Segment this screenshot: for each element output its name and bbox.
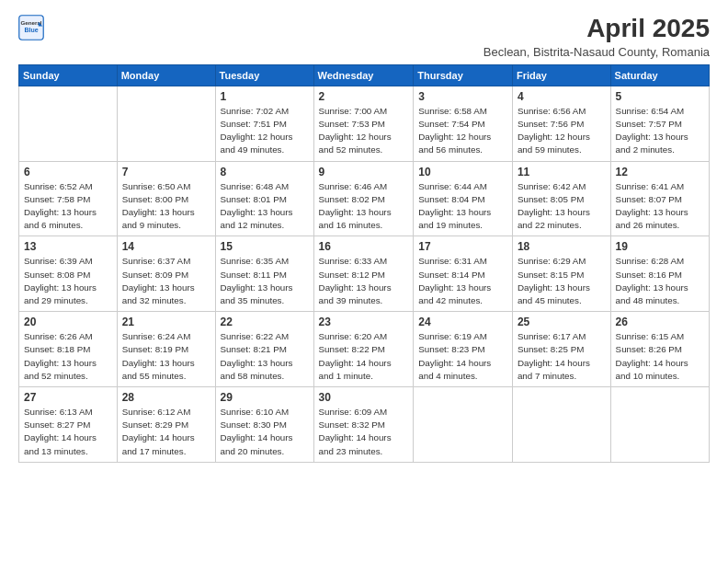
cell-day-number: 2	[319, 90, 409, 103]
cell-day-number: 10	[418, 166, 507, 178]
cell-info: Sunrise: 6:42 AM Sunset: 8:05 PM Dayligh…	[518, 180, 606, 233]
cell-info: Sunrise: 6:10 AM Sunset: 8:30 PM Dayligh…	[221, 406, 309, 458]
calendar-cell: 9Sunrise: 6:46 AM Sunset: 8:02 PM Daylig…	[313, 161, 414, 236]
subtitle: Beclean, Bistrita-Nasaud County, Romania	[483, 45, 710, 59]
cell-info: Sunrise: 7:00 AM Sunset: 7:53 PM Dayligh…	[319, 105, 409, 157]
cell-day-number: 5	[616, 90, 704, 103]
cell-day-number: 13	[24, 240, 112, 253]
calendar-week-row: 1Sunrise: 7:02 AM Sunset: 7:51 PM Daylig…	[19, 86, 710, 161]
cell-day-number: 25	[518, 316, 606, 328]
calendar-cell: 16Sunrise: 6:33 AM Sunset: 8:12 PM Dayli…	[313, 236, 414, 312]
calendar-week-row: 6Sunrise: 6:52 AM Sunset: 7:58 PM Daylig…	[19, 161, 710, 236]
calendar-cell: 10Sunrise: 6:44 AM Sunset: 8:04 PM Dayli…	[414, 161, 513, 236]
cell-day-number: 11	[518, 166, 606, 178]
cell-day-number: 16	[319, 240, 409, 253]
cell-day-number: 7	[122, 166, 210, 178]
cell-info: Sunrise: 6:44 AM Sunset: 8:04 PM Dayligh…	[418, 180, 507, 233]
calendar-cell: 13Sunrise: 6:39 AM Sunset: 8:08 PM Dayli…	[19, 236, 118, 312]
cell-day-number: 24	[418, 316, 507, 328]
page: General Blue April 2025 Beclean, Bistrit…	[0, 0, 728, 563]
cell-info: Sunrise: 6:35 AM Sunset: 8:11 PM Dayligh…	[221, 255, 309, 307]
day-of-week-header: Tuesday	[215, 64, 313, 86]
cell-day-number: 27	[24, 391, 112, 404]
cell-info: Sunrise: 6:17 AM Sunset: 8:25 PM Dayligh…	[518, 330, 606, 383]
calendar-week-row: 27Sunrise: 6:13 AM Sunset: 8:27 PM Dayli…	[19, 387, 710, 463]
calendar-cell: 28Sunrise: 6:12 AM Sunset: 8:29 PM Dayli…	[117, 387, 215, 463]
calendar-cell: 5Sunrise: 6:54 AM Sunset: 7:57 PM Daylig…	[610, 86, 709, 161]
calendar-table: SundayMondayTuesdayWednesdayThursdayFrid…	[18, 64, 710, 463]
cell-day-number: 19	[616, 240, 704, 253]
cell-info: Sunrise: 6:56 AM Sunset: 7:56 PM Dayligh…	[518, 105, 606, 157]
cell-info: Sunrise: 6:48 AM Sunset: 8:01 PM Dayligh…	[221, 180, 309, 233]
cell-day-number: 6	[24, 166, 112, 178]
cell-day-number: 18	[518, 240, 606, 253]
calendar-cell: 18Sunrise: 6:29 AM Sunset: 8:15 PM Dayli…	[512, 236, 610, 312]
day-of-week-header: Wednesday	[313, 64, 414, 86]
cell-day-number: 20	[24, 316, 112, 328]
calendar-cell	[512, 387, 610, 463]
cell-info: Sunrise: 6:41 AM Sunset: 8:07 PM Dayligh…	[616, 180, 704, 233]
cell-info: Sunrise: 6:37 AM Sunset: 8:09 PM Dayligh…	[122, 255, 210, 307]
day-of-week-header: Monday	[117, 64, 215, 86]
cell-day-number: 1	[221, 90, 309, 103]
calendar-cell: 1Sunrise: 7:02 AM Sunset: 7:51 PM Daylig…	[215, 86, 313, 161]
calendar-cell: 27Sunrise: 6:13 AM Sunset: 8:27 PM Dayli…	[19, 387, 118, 463]
calendar-cell: 8Sunrise: 6:48 AM Sunset: 8:01 PM Daylig…	[215, 161, 313, 236]
calendar-cell: 20Sunrise: 6:26 AM Sunset: 8:18 PM Dayli…	[19, 312, 118, 387]
calendar-header: SundayMondayTuesdayWednesdayThursdayFrid…	[19, 64, 710, 86]
cell-info: Sunrise: 6:52 AM Sunset: 7:58 PM Dayligh…	[24, 180, 112, 233]
cell-info: Sunrise: 6:29 AM Sunset: 8:15 PM Dayligh…	[518, 255, 606, 307]
cell-info: Sunrise: 6:31 AM Sunset: 8:14 PM Dayligh…	[418, 255, 507, 307]
svg-text:Blue: Blue	[24, 27, 38, 33]
cell-info: Sunrise: 6:50 AM Sunset: 8:00 PM Dayligh…	[122, 180, 210, 233]
cell-info: Sunrise: 6:26 AM Sunset: 8:18 PM Dayligh…	[24, 330, 112, 383]
calendar-cell: 4Sunrise: 6:56 AM Sunset: 7:56 PM Daylig…	[512, 86, 610, 161]
cell-info: Sunrise: 6:46 AM Sunset: 8:02 PM Dayligh…	[319, 180, 409, 233]
cell-day-number: 23	[319, 316, 409, 328]
cell-day-number: 14	[122, 240, 210, 253]
calendar-cell: 7Sunrise: 6:50 AM Sunset: 8:00 PM Daylig…	[117, 161, 215, 236]
days-of-week-row: SundayMondayTuesdayWednesdayThursdayFrid…	[19, 64, 710, 86]
calendar-cell: 24Sunrise: 6:19 AM Sunset: 8:23 PM Dayli…	[414, 312, 513, 387]
cell-info: Sunrise: 6:58 AM Sunset: 7:54 PM Dayligh…	[418, 105, 507, 157]
cell-info: Sunrise: 6:19 AM Sunset: 8:23 PM Dayligh…	[418, 330, 507, 383]
cell-info: Sunrise: 6:33 AM Sunset: 8:12 PM Dayligh…	[319, 255, 409, 307]
calendar-cell: 2Sunrise: 7:00 AM Sunset: 7:53 PM Daylig…	[313, 86, 414, 161]
cell-info: Sunrise: 6:20 AM Sunset: 8:22 PM Dayligh…	[319, 330, 409, 383]
cell-day-number: 3	[418, 90, 507, 103]
cell-info: Sunrise: 6:22 AM Sunset: 8:21 PM Dayligh…	[221, 330, 309, 383]
cell-info: Sunrise: 6:39 AM Sunset: 8:08 PM Dayligh…	[24, 255, 112, 307]
calendar-cell: 14Sunrise: 6:37 AM Sunset: 8:09 PM Dayli…	[117, 236, 215, 312]
calendar-cell: 19Sunrise: 6:28 AM Sunset: 8:16 PM Dayli…	[610, 236, 709, 312]
cell-info: Sunrise: 6:12 AM Sunset: 8:29 PM Dayligh…	[122, 406, 210, 458]
cell-info: Sunrise: 6:13 AM Sunset: 8:27 PM Dayligh…	[24, 406, 112, 458]
calendar-cell: 11Sunrise: 6:42 AM Sunset: 8:05 PM Dayli…	[512, 161, 610, 236]
cell-day-number: 15	[221, 240, 309, 253]
calendar-week-row: 20Sunrise: 6:26 AM Sunset: 8:18 PM Dayli…	[19, 312, 710, 387]
day-of-week-header: Saturday	[610, 64, 709, 86]
calendar-cell: 23Sunrise: 6:20 AM Sunset: 8:22 PM Dayli…	[313, 312, 414, 387]
cell-day-number: 22	[221, 316, 309, 328]
calendar-cell: 12Sunrise: 6:41 AM Sunset: 8:07 PM Dayli…	[610, 161, 709, 236]
calendar-cell	[117, 86, 215, 161]
calendar-cell: 15Sunrise: 6:35 AM Sunset: 8:11 PM Dayli…	[215, 236, 313, 312]
cell-day-number: 30	[319, 391, 409, 404]
cell-day-number: 26	[616, 316, 704, 328]
logo-icon: General Blue	[18, 15, 44, 40]
cell-day-number: 21	[122, 316, 210, 328]
calendar-cell: 29Sunrise: 6:10 AM Sunset: 8:30 PM Dayli…	[215, 387, 313, 463]
header: General Blue April 2025 Beclean, Bistrit…	[18, 15, 710, 59]
calendar-week-row: 13Sunrise: 6:39 AM Sunset: 8:08 PM Dayli…	[19, 236, 710, 312]
calendar-cell: 22Sunrise: 6:22 AM Sunset: 8:21 PM Dayli…	[215, 312, 313, 387]
cell-info: Sunrise: 6:54 AM Sunset: 7:57 PM Dayligh…	[616, 105, 704, 157]
cell-info: Sunrise: 6:15 AM Sunset: 8:26 PM Dayligh…	[616, 330, 704, 383]
calendar-cell	[414, 387, 513, 463]
calendar-cell: 17Sunrise: 6:31 AM Sunset: 8:14 PM Dayli…	[414, 236, 513, 312]
cell-info: Sunrise: 7:02 AM Sunset: 7:51 PM Dayligh…	[221, 105, 309, 157]
cell-day-number: 4	[518, 90, 606, 103]
calendar-cell	[610, 387, 709, 463]
calendar-cell: 3Sunrise: 6:58 AM Sunset: 7:54 PM Daylig…	[414, 86, 513, 161]
day-of-week-header: Friday	[512, 64, 610, 86]
cell-info: Sunrise: 6:24 AM Sunset: 8:19 PM Dayligh…	[122, 330, 210, 383]
day-of-week-header: Thursday	[414, 64, 513, 86]
